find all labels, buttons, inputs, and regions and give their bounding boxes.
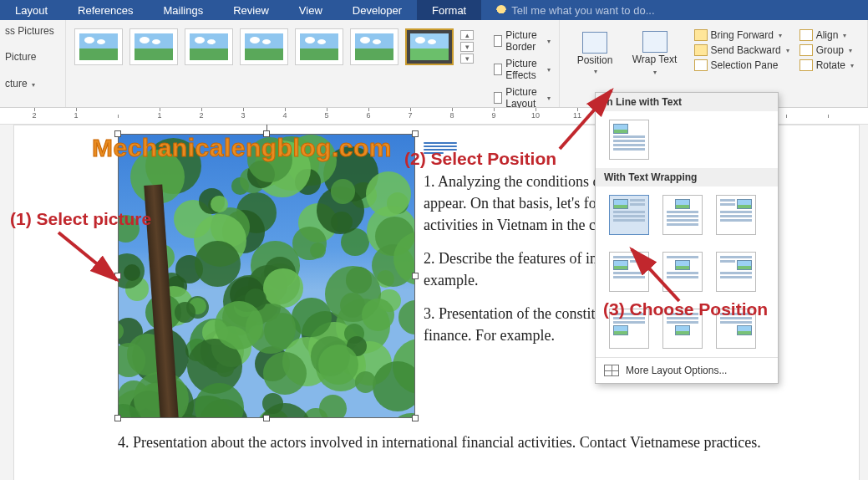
paragraph-4[interactable]: 4. Presentation about the actors involve… <box>118 431 778 453</box>
layout-grid-icon <box>604 365 619 376</box>
reset-picture[interactable]: cture ▾ <box>5 76 60 91</box>
picture-border-button[interactable]: Picture Border▾ <box>490 28 553 54</box>
rotate-button[interactable]: Rotate▾ <box>798 59 855 72</box>
tab-review[interactable]: Review <box>218 0 284 20</box>
position-icon <box>582 32 607 54</box>
rotate-icon <box>799 59 813 71</box>
tab-references[interactable]: References <box>63 0 148 20</box>
send-backward-icon <box>694 44 708 56</box>
resize-handle-t[interactable] <box>263 130 270 137</box>
picture-styles-gallery[interactable]: ▴▾▾ <box>71 23 477 70</box>
compress-pictures[interactable]: ss Pictures <box>5 23 60 38</box>
position-button[interactable]: Position▾ <box>571 27 619 82</box>
pos-bot-center[interactable] <box>662 309 703 349</box>
pos-mid-left[interactable] <box>609 252 649 292</box>
pos-top-right[interactable] <box>716 195 756 235</box>
group-adjust: ss Pictures Picture cture ▾ <box>0 20 66 107</box>
tab-developer[interactable]: Developer <box>338 0 417 20</box>
pos-inline[interactable] <box>609 120 649 160</box>
picture-effects-button[interactable]: Picture Effects▾ <box>490 57 553 82</box>
resize-handle-tl[interactable] <box>114 130 121 137</box>
tell-me-search[interactable]: Tell me what you want to do... <box>481 0 868 20</box>
tab-mailings[interactable]: Mailings <box>149 0 219 20</box>
selection-pane-icon <box>694 59 708 71</box>
align-icon <box>799 29 813 41</box>
more-layout-options[interactable]: More Layout Options... <box>596 357 778 383</box>
style-thumb-6[interactable] <box>350 28 398 65</box>
bulb-icon <box>496 5 506 15</box>
paragraph-mark <box>424 142 457 151</box>
style-thumb-2[interactable] <box>129 28 178 65</box>
resize-handle-bl[interactable] <box>114 415 121 421</box>
pos-top-center[interactable] <box>662 195 703 235</box>
bring-forward-icon <box>694 29 708 41</box>
layout-icon <box>494 92 502 104</box>
align-button[interactable]: Align▾ <box>798 28 855 42</box>
border-icon <box>494 35 502 47</box>
group-button[interactable]: Group▾ <box>798 43 855 57</box>
pos-top-left[interactable] <box>609 195 649 235</box>
selected-picture[interactable] <box>118 134 415 418</box>
style-thumb-5[interactable] <box>295 28 343 65</box>
pos-section-wrap: With Text Wrapping <box>596 168 778 186</box>
resize-handle-r[interactable] <box>412 273 419 279</box>
pos-mid-right[interactable] <box>716 252 756 292</box>
pos-bot-left[interactable] <box>609 309 649 349</box>
resize-handle-l[interactable] <box>114 273 121 279</box>
effects-icon <box>494 64 502 75</box>
group-icon <box>799 44 813 56</box>
gallery-more[interactable]: ▴▾▾ <box>460 30 474 64</box>
wrap-text-button[interactable]: Wrap Text ▾ <box>625 27 685 82</box>
position-dropdown: In Line with Text With Text Wrapping Mor… <box>595 92 779 384</box>
resize-handle-tr[interactable] <box>412 130 419 137</box>
pos-section-inline: In Line with Text <box>596 93 778 111</box>
tab-view[interactable]: View <box>284 0 338 20</box>
resize-handle-b[interactable] <box>263 415 270 421</box>
group-picture-styles: ▴▾▾ Picture Border▾ Picture Effects▾ Pic… <box>66 20 559 107</box>
style-thumb-1[interactable] <box>74 28 123 65</box>
send-backward-button[interactable]: Send Backward▾ <box>693 43 791 57</box>
tab-format[interactable]: Format <box>417 0 481 20</box>
style-thumb-7-selected[interactable] <box>405 28 454 65</box>
wrap-icon <box>642 31 667 53</box>
pos-mid-center[interactable] <box>662 252 703 292</box>
style-thumb-3[interactable] <box>185 28 233 65</box>
ribbon-tabs: Layout References Mailings Review View D… <box>0 0 868 20</box>
style-thumb-4[interactable] <box>240 28 288 65</box>
pos-bot-right[interactable] <box>716 309 756 349</box>
picture-layout-button[interactable]: Picture Layout▾ <box>490 85 553 110</box>
bring-forward-button[interactable]: Bring Forward▾ <box>693 28 791 42</box>
selection-pane-button[interactable]: Selection Pane <box>693 59 791 72</box>
tab-layout[interactable]: Layout <box>0 0 63 20</box>
change-picture[interactable]: Picture <box>5 49 60 64</box>
tell-me-placeholder: Tell me what you want to do... <box>511 4 654 17</box>
resize-handle-br[interactable] <box>412 415 419 421</box>
